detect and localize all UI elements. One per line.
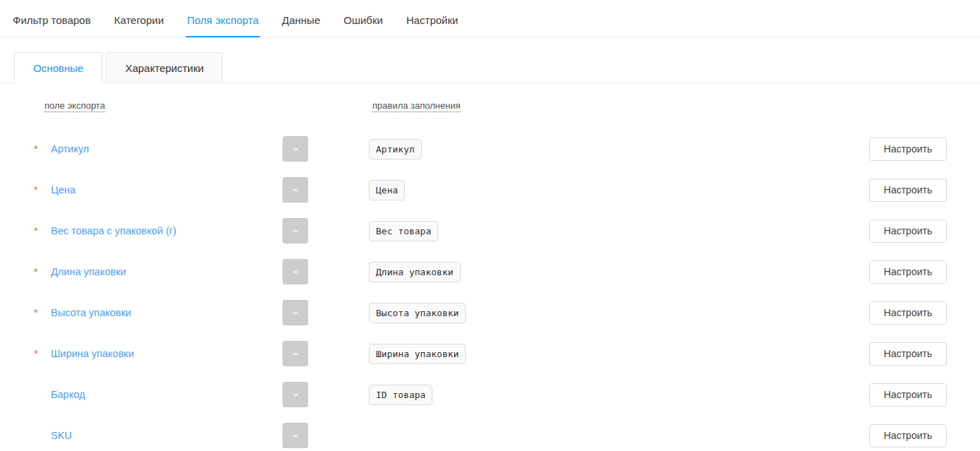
equals-operator-button[interactable]: = bbox=[283, 300, 308, 325]
export-field-link[interactable]: Вес товара с упаковкой (г) bbox=[51, 225, 283, 236]
export-field-link[interactable]: SKU bbox=[51, 430, 283, 441]
configure-button[interactable]: Настроить bbox=[869, 424, 947, 447]
required-marker: * bbox=[34, 225, 51, 236]
rule-chip[interactable]: ID товара bbox=[369, 385, 432, 405]
configure-button[interactable]: Настроить bbox=[869, 138, 947, 161]
equals-operator-button[interactable]: = bbox=[283, 259, 308, 284]
equals-operator-button[interactable]: = bbox=[283, 218, 308, 243]
rule-chip[interactable]: Артикул bbox=[369, 139, 422, 160]
export-field-row: * Вес товара с упаковкой (г) = Вес товар… bbox=[0, 210, 980, 251]
main-tab[interactable]: Категории bbox=[114, 0, 163, 37]
configure-button[interactable]: Настроить bbox=[869, 342, 947, 366]
required-marker: * bbox=[34, 348, 51, 359]
configure-button[interactable]: Настроить bbox=[869, 383, 947, 407]
required-marker: * bbox=[34, 143, 51, 155]
rule-chip[interactable]: Ширина упаковки bbox=[369, 344, 466, 364]
main-tab[interactable]: Данные bbox=[282, 0, 320, 37]
export-field-link[interactable]: Баркод bbox=[51, 389, 283, 400]
column-header-fill-rules: правила заполнения bbox=[372, 100, 461, 112]
export-field-link[interactable]: Артикул bbox=[51, 143, 283, 155]
export-field-row: SKU = Настроить bbox=[0, 415, 980, 451]
rule-chip[interactable]: Цена bbox=[369, 180, 405, 200]
rule-chip[interactable]: Длина упаковки bbox=[369, 262, 461, 282]
export-fields-list: * Артикул = Артикул Настроить * Цена = Ц… bbox=[0, 128, 980, 451]
required-marker: * bbox=[34, 307, 51, 318]
equals-operator-button[interactable]: = bbox=[283, 136, 308, 162]
sub-tab[interactable]: Характеристики bbox=[106, 52, 223, 83]
equals-operator-button[interactable]: = bbox=[283, 423, 308, 448]
required-marker: * bbox=[34, 184, 51, 196]
main-tab[interactable]: Ошибки bbox=[343, 0, 383, 37]
configure-button[interactable]: Настроить bbox=[869, 179, 947, 202]
export-field-row: Баркод = ID товара Настроить bbox=[0, 374, 980, 415]
equals-operator-button[interactable]: = bbox=[283, 341, 308, 366]
equals-operator-button[interactable]: = bbox=[283, 177, 308, 203]
export-field-row: * Высота упаковки = Высота упаковки Наст… bbox=[0, 292, 980, 333]
configure-button[interactable]: Настроить bbox=[869, 301, 947, 325]
column-header-export-field: поле экспорта bbox=[45, 100, 105, 112]
sub-tab[interactable]: Основные bbox=[14, 52, 102, 83]
rule-chip[interactable]: Высота упаковки bbox=[369, 303, 466, 323]
export-field-link[interactable]: Высота упаковки bbox=[51, 307, 283, 318]
export-field-row: * Ширина упаковки = Ширина упаковки Наст… bbox=[0, 333, 980, 374]
export-field-link[interactable]: Ширина упаковки bbox=[51, 348, 283, 359]
export-field-row: * Артикул = Артикул Настроить bbox=[0, 128, 980, 169]
required-marker: * bbox=[34, 266, 51, 277]
column-headers: поле экспорта правила заполнения bbox=[0, 99, 980, 112]
rule-chip[interactable]: Вес товара bbox=[369, 221, 438, 241]
export-field-row: * Длина упаковки = Длина упаковки Настро… bbox=[0, 251, 980, 292]
configure-button[interactable]: Настроить bbox=[869, 220, 947, 243]
main-tab[interactable]: Настройки bbox=[406, 0, 459, 37]
main-tab[interactable]: Поля экспорта bbox=[187, 0, 259, 37]
export-field-link[interactable]: Цена bbox=[51, 184, 283, 196]
export-field-row: * Цена = Цена Настроить bbox=[0, 169, 980, 210]
main-tab-bar: Фильтр товаровКатегорииПоля экспортаДанн… bbox=[0, 0, 980, 37]
export-field-link[interactable]: Длина упаковки bbox=[51, 266, 283, 277]
equals-operator-button[interactable]: = bbox=[283, 382, 308, 407]
sub-tab-bar: ОсновныеХарактеристики bbox=[0, 52, 980, 83]
main-tab[interactable]: Фильтр товаров bbox=[13, 0, 90, 37]
configure-button[interactable]: Настроить bbox=[869, 260, 947, 284]
